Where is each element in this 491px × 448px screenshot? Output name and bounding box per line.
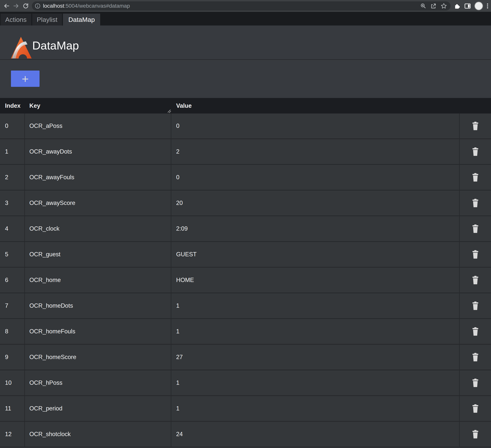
add-entry-button[interactable]: + bbox=[11, 71, 39, 87]
zoom-icon[interactable] bbox=[420, 3, 426, 9]
tab-playlist[interactable]: Playlist bbox=[32, 14, 62, 26]
row-value: 0 bbox=[171, 113, 460, 138]
back-icon bbox=[3, 3, 10, 9]
column-header-index-label: Index bbox=[5, 102, 20, 109]
table-row: 3 OCR_awayScore 20 bbox=[0, 191, 491, 216]
trash-icon bbox=[472, 250, 479, 259]
tab-datamap-label: DataMap bbox=[68, 16, 95, 23]
delete-row-button[interactable] bbox=[471, 403, 480, 414]
delete-row-button[interactable] bbox=[471, 172, 480, 183]
app-tab-strip: Actions Playlist DataMap bbox=[0, 12, 491, 26]
row-key: OCR_period bbox=[25, 396, 171, 421]
row-index: 3 bbox=[0, 191, 25, 215]
trash-icon bbox=[472, 199, 479, 207]
table-row: 4 OCR_clock 2:09 bbox=[0, 216, 491, 242]
row-index: 9 bbox=[0, 345, 25, 370]
delete-row-button[interactable] bbox=[471, 223, 480, 234]
row-key: OCR_homeDots bbox=[25, 293, 171, 318]
row-value: GUEST bbox=[171, 242, 460, 267]
row-key: OCR_aPoss bbox=[25, 113, 171, 138]
trash-icon bbox=[472, 173, 479, 182]
column-resize-handle-icon[interactable] bbox=[168, 110, 171, 113]
tab-actions[interactable]: Actions bbox=[0, 14, 31, 26]
tab-actions-label: Actions bbox=[5, 16, 27, 23]
row-actions bbox=[460, 319, 491, 344]
row-key: OCR_awayDots bbox=[25, 139, 171, 164]
column-header-key: Key bbox=[25, 98, 171, 113]
row-index: 12 bbox=[0, 422, 25, 447]
reload-icon bbox=[22, 3, 29, 9]
forward-button[interactable] bbox=[13, 2, 19, 9]
row-value: HOME bbox=[171, 268, 460, 293]
row-index: 6 bbox=[0, 268, 25, 293]
tab-playlist-label: Playlist bbox=[37, 16, 57, 23]
row-index: 0 bbox=[0, 113, 25, 138]
trash-icon bbox=[472, 147, 479, 156]
row-value: 1 bbox=[171, 396, 460, 421]
datamap-table: Index Key Value 0 OCR_aPoss 0 bbox=[0, 98, 491, 448]
trash-icon bbox=[472, 404, 479, 413]
column-header-value-label: Value bbox=[176, 102, 192, 109]
delete-row-button[interactable] bbox=[471, 121, 480, 131]
row-key: OCR_hPoss bbox=[25, 370, 171, 395]
row-actions bbox=[460, 396, 491, 421]
row-key: OCR_awayScore bbox=[25, 191, 171, 215]
trash-icon bbox=[472, 276, 479, 284]
row-value: 1 bbox=[171, 319, 460, 344]
trash-icon bbox=[472, 302, 479, 310]
row-value: 1 bbox=[171, 370, 460, 395]
row-index: 1 bbox=[0, 139, 25, 164]
row-key: OCR_homeFouls bbox=[25, 319, 171, 344]
browser-toolbar: localhost:5004/webcanvas#datamap bbox=[0, 0, 491, 12]
row-key: OCR_guest bbox=[25, 242, 171, 267]
forward-icon bbox=[13, 3, 19, 9]
column-header-value: Value bbox=[171, 98, 460, 113]
row-index: 7 bbox=[0, 293, 25, 318]
share-icon[interactable] bbox=[430, 3, 437, 9]
trash-icon bbox=[472, 122, 479, 130]
back-button[interactable] bbox=[3, 2, 10, 9]
table-row: 2 OCR_awayFouls 0 bbox=[0, 165, 491, 191]
table-row: 1 OCR_awayDots 2 bbox=[0, 139, 491, 165]
row-value: 24 bbox=[171, 422, 460, 447]
plus-icon: + bbox=[22, 72, 28, 85]
row-key: OCR_clock bbox=[25, 216, 171, 241]
delete-row-button[interactable] bbox=[471, 377, 480, 388]
delete-row-button[interactable] bbox=[471, 146, 480, 157]
row-value: 20 bbox=[171, 191, 460, 215]
row-actions bbox=[460, 422, 491, 447]
extensions-icon[interactable] bbox=[453, 2, 461, 9]
delete-row-button[interactable] bbox=[471, 249, 480, 260]
delete-row-button[interactable] bbox=[471, 326, 480, 337]
table-row: 10 OCR_hPoss 1 bbox=[0, 370, 491, 396]
browser-menu-icon[interactable] bbox=[486, 2, 489, 10]
row-actions bbox=[460, 242, 491, 267]
url-bar[interactable]: localhost:5004/webcanvas#datamap bbox=[32, 1, 451, 10]
row-index: 5 bbox=[0, 242, 25, 267]
delete-row-button[interactable] bbox=[471, 300, 480, 311]
row-index: 4 bbox=[0, 216, 25, 241]
delete-row-button[interactable] bbox=[471, 198, 480, 208]
row-key: OCR_home bbox=[25, 268, 171, 293]
table-row: 11 OCR_period 1 bbox=[0, 396, 491, 422]
trash-icon bbox=[472, 353, 479, 361]
column-header-index: Index bbox=[0, 98, 25, 113]
row-index: 8 bbox=[0, 319, 25, 344]
bookmark-star-icon[interactable] bbox=[441, 3, 447, 9]
row-value: 0 bbox=[171, 165, 460, 190]
profile-avatar[interactable] bbox=[475, 2, 483, 10]
tab-datamap[interactable]: DataMap bbox=[63, 14, 100, 26]
row-index: 11 bbox=[0, 396, 25, 421]
row-index: 10 bbox=[0, 370, 25, 395]
row-actions bbox=[460, 268, 491, 293]
delete-row-button[interactable] bbox=[471, 352, 480, 363]
delete-row-button[interactable] bbox=[471, 275, 480, 285]
row-key: OCR_shotclock bbox=[25, 422, 171, 447]
app-header: DataMap bbox=[0, 26, 491, 60]
url-text: localhost:5004/webcanvas#datamap bbox=[43, 3, 418, 9]
delete-row-button[interactable] bbox=[471, 429, 480, 439]
site-info-icon[interactable] bbox=[35, 3, 41, 9]
side-panel-icon[interactable] bbox=[464, 2, 471, 9]
trash-icon bbox=[472, 430, 479, 439]
reload-button[interactable] bbox=[22, 2, 29, 9]
